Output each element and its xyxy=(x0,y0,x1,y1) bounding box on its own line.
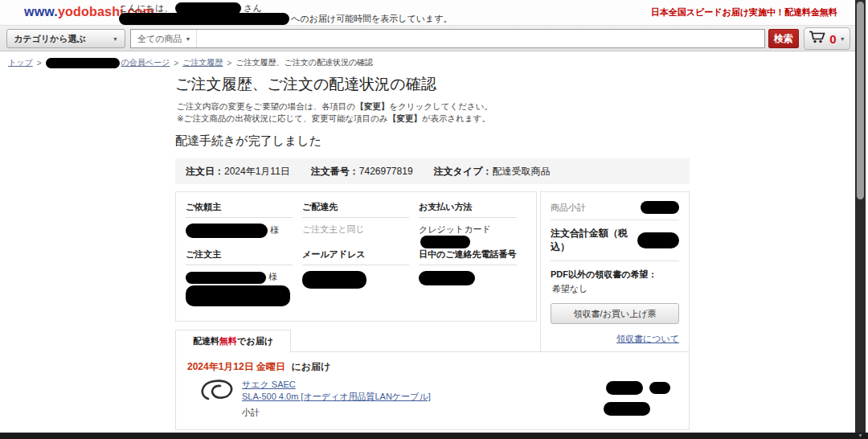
redacted-card-digits xyxy=(420,236,470,248)
search-button[interactable]: 検索 xyxy=(768,29,799,48)
tab-text-pre: 配達料 xyxy=(193,335,219,347)
tab-free-shipping[interactable]: 配達料無料でお届け xyxy=(175,330,291,352)
redacted-item-quantity xyxy=(649,382,670,394)
redacted-orderer-name xyxy=(186,272,266,284)
phone-value xyxy=(419,271,517,289)
breadcrumb-current: ご注文履歴、ご注文の配達状況の確認 xyxy=(235,57,373,68)
search-field-container: 全ての商品 ▼ xyxy=(130,29,765,48)
breadcrumb-orders-link[interactable]: ご注文履歴 xyxy=(182,57,223,68)
email-value xyxy=(302,271,409,289)
page-title: ご注文履歴、ご注文の配達状況の確認 xyxy=(175,74,436,95)
sender-label: ご依頼主 xyxy=(186,201,293,218)
chevron-down-icon: ▼ xyxy=(186,36,191,42)
order-date-value: 2024年1月11日 xyxy=(224,166,290,177)
category-dropdown-label: カテゴリから選ぶ xyxy=(14,33,86,45)
product-name-link[interactable]: SLA-500 4.0m [オーディオ用品質LANケーブル] xyxy=(242,391,431,403)
shipto-label: ご配達先 xyxy=(302,201,409,218)
scope-select-label: 全ての商品 xyxy=(137,33,182,45)
redacted-member-name xyxy=(46,58,120,68)
phone-label: 日中のご連絡先電話番号 xyxy=(419,248,517,265)
note2-post: が表示されます。 xyxy=(422,113,490,123)
tab-text-free: 無料 xyxy=(219,335,237,347)
orderer-value: 様 xyxy=(186,271,293,306)
breadcrumb-top-link[interactable]: トップ xyxy=(8,57,33,68)
cart-button[interactable]: 0 ▼ xyxy=(804,27,850,50)
note2-pre: ※ご注文商品の出荷状況に応じて、変更可能な項目のみ xyxy=(177,113,388,123)
redacted-item-price xyxy=(606,381,643,395)
redacted-shipment-subtotal xyxy=(604,402,650,416)
sender-cell: ご依頼主 様 xyxy=(186,201,302,248)
redacted-phone xyxy=(419,271,475,285)
phone-cell: 日中のご連絡先電話番号 xyxy=(419,248,526,306)
payment-method-text: クレジットカード xyxy=(419,224,491,234)
product-image-lan-cable[interactable] xyxy=(197,375,239,410)
cart-icon xyxy=(809,31,826,47)
payment-cell: お支払い方法 クレジットカード xyxy=(419,201,526,248)
redacted-sender-name xyxy=(186,224,268,238)
receipt-preference-value: 希望なし xyxy=(551,283,679,295)
delivery-notice-line: へのお届け可能時間を表示しています。 xyxy=(119,13,452,25)
category-dropdown-button[interactable]: カテゴリから選ぶ ▼ xyxy=(6,29,125,48)
payment-value: クレジットカード xyxy=(419,224,517,248)
delivery-date: 2024年1月12日 金曜日 xyxy=(187,361,285,372)
order-number-value: 7426977819 xyxy=(359,166,413,177)
redacted-subtotal-amount xyxy=(641,201,679,214)
shipment-subtotal-label: 小計 xyxy=(242,407,260,419)
scrollbar-thumb[interactable] xyxy=(857,2,864,199)
chevron-down-icon: ▼ xyxy=(840,36,845,42)
sender-value: 様 xyxy=(186,224,293,241)
orderer-label: ご注文主 xyxy=(186,248,293,265)
redacted-address xyxy=(119,13,289,25)
subtotal-row: 商品小計 xyxy=(551,199,679,220)
delivery-notice-text: へのお届け可能時間を表示しています。 xyxy=(291,13,452,25)
search-input[interactable] xyxy=(197,30,764,47)
total-row: 注文合計金額（税込） xyxy=(551,220,679,261)
search-bar: カテゴリから選ぶ ▼ 全ての商品 ▼ 検索 0 ▼ xyxy=(0,25,855,51)
note1-post: をクリックしてください。 xyxy=(389,101,493,111)
note-line-2: ※ご注文商品の出荷状況に応じて、変更可能な項目のみ【変更】が表示されます。 xyxy=(177,113,493,125)
order-type-value: 配達受取商品 xyxy=(492,166,550,177)
payment-label: お支払い方法 xyxy=(419,201,517,218)
order-type: 注文タイプ：配達受取商品 xyxy=(434,165,551,178)
order-summary-panel: 商品小計 注文合計金額（税込） PDF以外の領収書の希望： 希望なし 領収書/お… xyxy=(540,191,690,354)
delivery-status-heading: 配達手続きが完了しました xyxy=(175,133,321,149)
breadcrumb-member-link[interactable]: の会員ページ xyxy=(121,57,170,68)
order-meta-bar: 注文日：2024年1月11日 注文番号：7426977819 注文タイプ：配達受… xyxy=(175,158,690,184)
receipt-preference-label: PDF以外の領収書の希望： xyxy=(551,269,679,281)
product-links: サエク SAEC SLA-500 4.0m [オーディオ用品質LANケーブル] xyxy=(242,379,431,403)
order-number: 注文番号：7426977819 xyxy=(311,165,413,178)
scrollbar-down-arrow-icon[interactable]: ▼ xyxy=(856,432,865,439)
note1-emphasis: 【変更】 xyxy=(355,101,389,111)
page-notes: ご注文内容の変更をご要望の場合は、各項目の【変更】をクリックしてください。 ※ご… xyxy=(177,101,493,124)
redacted-total-amount xyxy=(637,232,679,248)
orderer-honorific: 様 xyxy=(268,272,277,281)
note1-pre: ご注文内容の変更をご要望の場合は、各項目の xyxy=(177,101,355,111)
receipt-button[interactable]: 領収書/お買い上げ票 xyxy=(551,303,679,324)
order-date: 注文日：2024年1月11日 xyxy=(186,165,290,178)
subtotal-label: 商品小計 xyxy=(551,202,586,214)
total-label: 注文合計金額（税込） xyxy=(551,227,637,254)
order-date-label: 注文日： xyxy=(186,166,224,177)
shipto-value: ご注文主と同じ xyxy=(302,224,409,241)
cart-count-badge: 0 xyxy=(829,32,836,46)
delivery-date-line: 2024年1月12日 金曜日 にお届け xyxy=(187,360,330,374)
receipt-link-row: 領収書について xyxy=(551,333,679,345)
bottom-dark-bar xyxy=(0,433,868,439)
order-type-label: 注文タイプ： xyxy=(434,166,493,177)
vertical-scrollbar[interactable] xyxy=(855,0,866,433)
breadcrumb: トップ > の会員ページ > ご注文履歴 > ご注文履歴、ご注文の配達状況の確認 xyxy=(8,57,373,68)
scope-select[interactable]: 全ての商品 ▼ xyxy=(131,30,197,47)
promo-banner-text: 日本全国スピードお届け実施中！配達料金無料 xyxy=(651,6,837,18)
note-line-1: ご注文内容の変更をご要望の場合は、各項目の【変更】をクリックしてください。 xyxy=(177,101,493,113)
order-details-box: ご依頼主 様 ご配達先 ご注文主と同じ お支払い方法 クレジットカード ご注文主… xyxy=(175,191,537,322)
receipt-about-link[interactable]: 領収書について xyxy=(616,334,679,343)
product-brand-link[interactable]: サエク SAEC xyxy=(242,379,431,391)
sender-honorific: 様 xyxy=(270,225,279,235)
order-number-label: 注文番号： xyxy=(311,166,359,177)
breadcrumb-separator: > xyxy=(174,59,178,68)
email-label: メールアドレス xyxy=(302,248,409,265)
breadcrumb-separator: > xyxy=(37,59,42,68)
price-row xyxy=(606,381,670,395)
tab-text-post: でお届け xyxy=(237,335,273,347)
shipto-cell: ご配達先 ご注文主と同じ xyxy=(302,201,419,248)
